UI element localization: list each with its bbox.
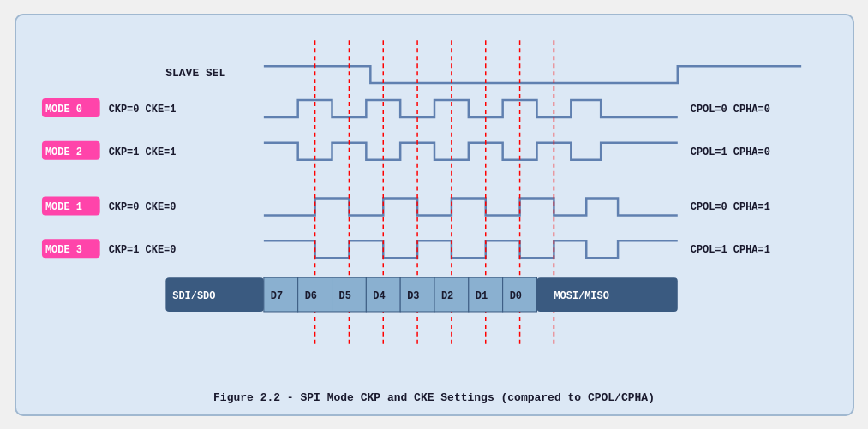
diagram-area: text { font-family: 'Courier New', Couri… bbox=[33, 31, 835, 383]
data-d6-label: D6 bbox=[304, 290, 316, 302]
mode1-badge-text: MODE 1 bbox=[45, 201, 81, 213]
mode1-waveform bbox=[263, 198, 677, 215]
data-sdi-sdo-label: SDI/SDO bbox=[172, 290, 215, 302]
mode3-params: CKP=1 CKE=0 bbox=[108, 244, 176, 256]
data-mosi-miso-label: MOSI/MISO bbox=[554, 290, 608, 302]
data-d0-label: D0 bbox=[509, 290, 521, 302]
mode3-waveform bbox=[263, 241, 677, 258]
mode2-waveform bbox=[263, 142, 677, 159]
data-d1-label: D1 bbox=[475, 290, 487, 302]
data-d5-label: D5 bbox=[338, 290, 350, 302]
slave-sel-waveform bbox=[263, 66, 800, 83]
mode0-waveform bbox=[263, 100, 677, 117]
main-container: text { font-family: 'Courier New', Couri… bbox=[15, 14, 854, 416]
data-d3-label: D3 bbox=[407, 290, 419, 302]
mode2-cpol-cpha: CPOL=1 CPHA=0 bbox=[690, 146, 769, 158]
mode0-params: CKP=0 CKE=1 bbox=[108, 103, 176, 115]
data-d7-label: D7 bbox=[270, 290, 282, 302]
slave-sel-label: SLAVE SEL bbox=[165, 67, 225, 80]
mode2-params: CKP=1 CKE=1 bbox=[108, 146, 176, 158]
mode0-cpol-cpha: CPOL=0 CPHA=0 bbox=[690, 103, 769, 115]
mode1-cpol-cpha: CPOL=0 CPHA=1 bbox=[690, 201, 769, 213]
data-d4-label: D4 bbox=[373, 290, 385, 302]
mode0-badge-text: MODE 0 bbox=[45, 103, 81, 115]
figure-caption: Figure 2.2 - SPI Mode CKP and CKE Settin… bbox=[33, 391, 835, 404]
diagram-svg: text { font-family: 'Courier New', Couri… bbox=[33, 31, 835, 383]
mode3-cpol-cpha: CPOL=1 CPHA=1 bbox=[690, 244, 769, 256]
data-d2-label: D2 bbox=[440, 290, 452, 302]
mode1-params: CKP=0 CKE=0 bbox=[108, 201, 176, 213]
mode3-badge-text: MODE 3 bbox=[45, 244, 81, 256]
mode2-badge-text: MODE 2 bbox=[45, 146, 81, 158]
